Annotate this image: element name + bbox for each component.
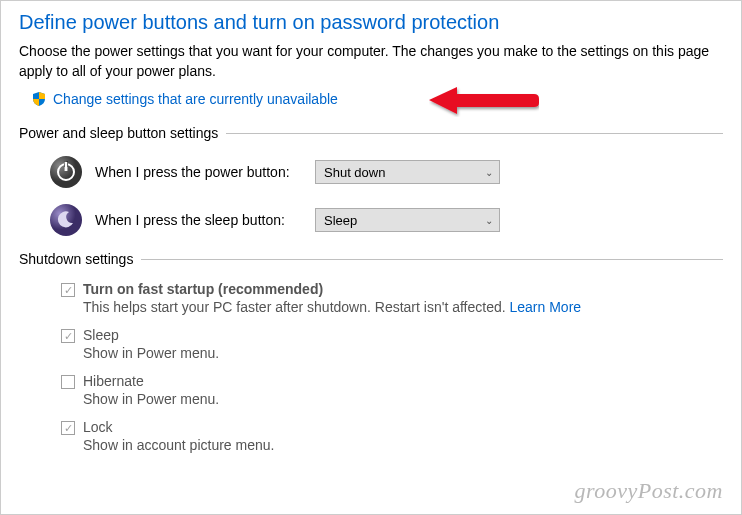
- section-label-text: Power and sleep button settings: [19, 125, 218, 141]
- learn-more-link[interactable]: Learn More: [510, 299, 582, 315]
- power-button-select[interactable]: Shut down ⌄: [315, 160, 500, 184]
- change-settings-row: Change settings that are currently unava…: [19, 91, 723, 107]
- checkbox-desc: Show in Power menu.: [83, 391, 723, 407]
- change-settings-link[interactable]: Change settings that are currently unava…: [53, 91, 338, 107]
- shutdown-section-label: Shutdown settings: [19, 251, 723, 267]
- divider: [226, 133, 723, 134]
- checkbox-row-sleep: Sleep Show in Power menu.: [19, 327, 723, 371]
- power-button-label: When I press the power button:: [95, 164, 315, 180]
- checkbox-desc: Show in account picture menu.: [83, 437, 723, 453]
- section-label-text: Shutdown settings: [19, 251, 133, 267]
- sleep-button-select[interactable]: Sleep ⌄: [315, 208, 500, 232]
- sleep-icon: [49, 203, 83, 237]
- checkbox-fast-startup[interactable]: [61, 283, 75, 297]
- checkbox-row-fast-startup: Turn on fast startup (recommended) This …: [19, 281, 723, 325]
- svg-point-0: [50, 156, 82, 188]
- checkbox-label: Lock: [83, 419, 723, 435]
- checkbox-row-lock: Lock Show in account picture menu.: [19, 419, 723, 463]
- shield-icon: [31, 91, 47, 107]
- checkbox-label: Hibernate: [83, 373, 723, 389]
- desc-text: This helps start your PC faster after sh…: [83, 299, 510, 315]
- checkbox-desc: Show in Power menu.: [83, 345, 723, 361]
- checkbox-hibernate[interactable]: [61, 375, 75, 389]
- select-value: Sleep: [324, 213, 357, 228]
- checkbox-lock[interactable]: [61, 421, 75, 435]
- sleep-button-label: When I press the sleep button:: [95, 212, 315, 228]
- power-icon: [49, 155, 83, 189]
- watermark: groovyPost.com: [574, 478, 723, 504]
- page-description: Choose the power settings that you want …: [19, 42, 723, 81]
- sleep-button-row: When I press the sleep button: Sleep ⌄: [19, 203, 723, 237]
- power-button-row: When I press the power button: Shut down…: [19, 155, 723, 189]
- page-title: Define power buttons and turn on passwor…: [19, 11, 723, 34]
- chevron-down-icon: ⌄: [485, 215, 493, 226]
- chevron-down-icon: ⌄: [485, 167, 493, 178]
- power-sleep-section-label: Power and sleep button settings: [19, 125, 723, 141]
- checkbox-label: Sleep: [83, 327, 723, 343]
- checkbox-row-hibernate: Hibernate Show in Power menu.: [19, 373, 723, 417]
- checkbox-label: Turn on fast startup (recommended): [83, 281, 723, 297]
- checkbox-desc: This helps start your PC faster after sh…: [83, 299, 723, 315]
- select-value: Shut down: [324, 165, 385, 180]
- checkbox-sleep[interactable]: [61, 329, 75, 343]
- divider: [141, 259, 723, 260]
- arrow-annotation-icon: [429, 85, 539, 120]
